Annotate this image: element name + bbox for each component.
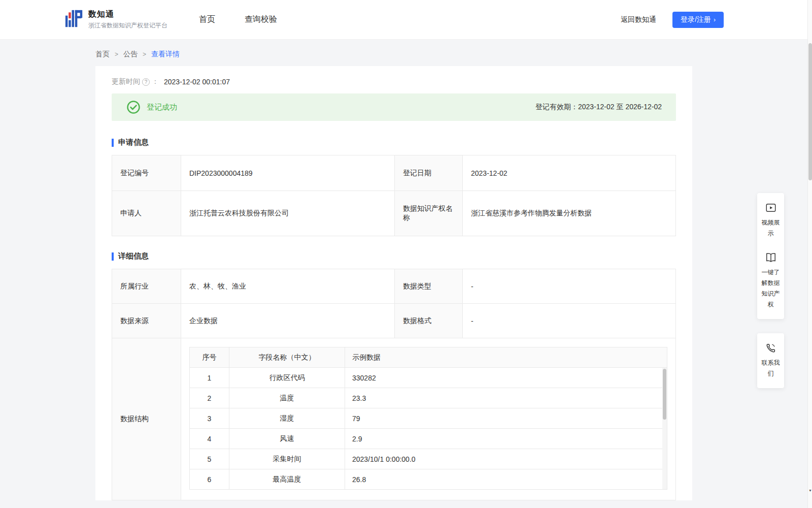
structure-table-row: 6最高温度26.8 [190, 469, 667, 490]
dip-name-value: 浙江省慈溪市参考作物腾发量分析数据 [463, 191, 676, 236]
nav-item-verify[interactable]: 查询校验 [245, 14, 277, 25]
video-showcase-item[interactable]: 视频展示 [759, 199, 783, 242]
contact-item[interactable]: 联系我们 [759, 339, 783, 382]
structure-header-sample: 示例数据 [345, 347, 667, 368]
structure-table-row: 2温度23.3 [190, 388, 667, 408]
contact-label: 联系我们 [759, 358, 783, 379]
detail-info-table: 所属行业 农、林、牧、渔业 数据类型 - 数据来源 企业数据 数据格式 - 数据… [112, 269, 676, 500]
floating-panel: 视频展示 一键了解数据知识产权 联系我们 [757, 193, 784, 402]
logo-subtitle: 浙江省数据知识产权登记平台 [88, 21, 167, 30]
structure-table-cell: 4 [190, 429, 229, 449]
structure-table-cell: 79 [345, 408, 667, 429]
structure-table-cell: 2.9 [345, 429, 667, 449]
structure-table-cell: 3 [190, 408, 229, 429]
breadcrumb-item-home[interactable]: 首页 [95, 50, 110, 59]
structure-table-cell: 最高温度 [229, 469, 345, 490]
login-button-label: 登录/注册 [681, 15, 711, 24]
structure-table-row: 5采集时间2023/10/1 0:00:00.0 [190, 449, 667, 469]
status-text: 登记成功 [147, 103, 177, 112]
login-button[interactable]: 登录/注册 › [672, 12, 724, 28]
logo-text: 数知通 浙江省数据知识产权登记平台 [88, 9, 167, 30]
section-title-detail: 详细信息 [112, 251, 676, 261]
structure-table-row: 1行政区代码330282 [190, 368, 667, 388]
validity-text: 登记有效期：2023-12-02 至 2026-12-02 [535, 103, 662, 112]
structure-table-cell: 温度 [229, 388, 345, 408]
section-bar-icon [112, 139, 114, 147]
structure-table-body: 1行政区代码3302822温度23.33湿度794风速2.95采集时间2023/… [190, 368, 667, 490]
reg-date-label: 登记日期 [395, 155, 463, 191]
scroll-down-icon[interactable]: ▼ [808, 487, 812, 494]
data-format-value: - [463, 304, 676, 338]
back-link[interactable]: 返回数知通 [621, 15, 656, 24]
breadcrumb-separator: > [143, 51, 146, 58]
floating-card-top: 视频展示 一键了解数据知识产权 [757, 193, 784, 319]
breadcrumb-item-notice[interactable]: 公告 [123, 50, 138, 59]
page-scrollbar[interactable]: ▼ [807, 0, 812, 508]
main-nav: 首页 查询校验 [199, 14, 277, 25]
table-row: 所属行业 农、林、牧、渔业 数据类型 - [112, 269, 676, 304]
logo-title: 数知通 [88, 9, 167, 20]
update-time-value: 2023-12-02 00:01:07 [164, 78, 230, 86]
structure-table-cell: 330282 [345, 368, 667, 388]
success-banner: 登记成功 登记有效期：2023-12-02 至 2026-12-02 [112, 93, 676, 121]
data-type-value: - [463, 269, 676, 304]
learn-dip-item[interactable]: 一键了解数据知识产权 [759, 249, 783, 313]
structure-header-index: 序号 [190, 347, 229, 368]
learn-label: 一键了解数据知识产权 [759, 267, 783, 310]
breadcrumb-separator: > [115, 51, 118, 58]
structure-table-cell: 风速 [229, 429, 345, 449]
structure-table-wrap: 序号 字段名称（中文） 示例数据 1行政区代码3302822温度23.33湿度7… [189, 347, 667, 490]
breadcrumb-item-detail: 查看详情 [151, 50, 180, 59]
chevron-right-icon: › [714, 16, 716, 23]
data-source-value: 企业数据 [181, 304, 395, 338]
phone-icon [765, 342, 776, 355]
header: 数知通 浙江省数据知识产权登记平台 首页 查询校验 返回数知通 登录/注册 › [0, 0, 812, 40]
structure-scrollbar-thumb[interactable] [663, 369, 666, 420]
structure-table-cell: 湿度 [229, 408, 345, 429]
logo-icon [65, 10, 83, 29]
structure-scrollbar[interactable] [662, 368, 667, 489]
update-time-label: 更新时间 [112, 77, 140, 86]
structure-label: 数据结构 [112, 338, 181, 500]
dip-name-label: 数据知识产权名 称 [395, 191, 463, 236]
section-title-apply: 申请信息 [112, 138, 676, 147]
video-label: 视频展示 [759, 217, 783, 239]
structure-table-cell: 行政区代码 [229, 368, 345, 388]
update-time-colon: ： [152, 77, 159, 86]
page-scrollbar-thumb[interactable] [808, 43, 812, 180]
structure-table-cell: 采集时间 [229, 449, 345, 469]
book-icon [765, 252, 776, 265]
applicant-value: 浙江托普云农科技股份有限公司 [181, 191, 395, 236]
logo[interactable]: 数知通 浙江省数据知识产权登记平台 [65, 9, 167, 30]
reg-date-value: 2023-12-02 [463, 155, 676, 191]
structure-table-row: 4风速2.9 [190, 429, 667, 449]
structure-table-cell: 5 [190, 449, 229, 469]
check-circle-icon [127, 101, 140, 114]
structure-table-cell: 6 [190, 469, 229, 490]
structure-table: 序号 字段名称（中文） 示例数据 1行政区代码3302822温度23.33湿度7… [189, 347, 667, 490]
update-time-row: 更新时间 ? ： 2023-12-02 00:01:07 [112, 77, 676, 86]
section-bar-icon [112, 252, 114, 261]
help-icon[interactable]: ? [142, 78, 150, 86]
applicant-label: 申请人 [112, 191, 181, 236]
section-title-apply-text: 申请信息 [118, 138, 149, 147]
industry-label: 所属行业 [112, 269, 181, 304]
structure-table-cell: 1 [190, 368, 229, 388]
nav-item-home[interactable]: 首页 [199, 14, 215, 25]
data-type-label: 数据类型 [395, 269, 463, 304]
industry-value: 农、林、牧、渔业 [181, 269, 395, 304]
table-row: 申请人 浙江托普云农科技股份有限公司 数据知识产权名 称 浙江省慈溪市参考作物腾… [112, 191, 676, 236]
structure-table-cell: 23.3 [345, 388, 667, 408]
structure-header-field: 字段名称（中文） [229, 347, 345, 368]
table-row: 登记编号 DIP2023000004189 登记日期 2023-12-02 [112, 155, 676, 191]
data-source-label: 数据来源 [112, 304, 181, 338]
video-icon [765, 202, 776, 215]
reg-no-value: DIP2023000004189 [181, 155, 395, 191]
structure-table-cell: 2023/10/1 0:00:00.0 [345, 449, 667, 469]
detail-card: 更新时间 ? ： 2023-12-02 00:01:07 登记成功 登记有效期：… [95, 66, 692, 500]
breadcrumb: 首页 > 公告 > 查看详情 [95, 50, 812, 59]
apply-info-table: 登记编号 DIP2023000004189 登记日期 2023-12-02 申请… [112, 155, 676, 236]
structure-header-row: 序号 字段名称（中文） 示例数据 [190, 347, 667, 368]
table-row: 数据结构 序号 字段名称（中文） 示例数据 1行政区代码3302822温度23.… [112, 338, 676, 500]
floating-card-contact: 联系我们 [757, 333, 784, 388]
